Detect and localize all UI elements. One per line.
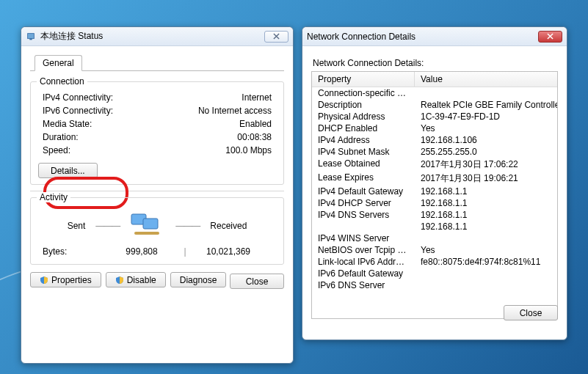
value-cell: 192.168.1.1 bbox=[415, 210, 557, 220]
value-cell: 255.255.255.0 bbox=[415, 147, 557, 157]
value-cell: 2017年1月30日 17:06:22 bbox=[415, 158, 557, 171]
property-cell: Description bbox=[312, 100, 415, 110]
listview-rows-container: Connection-specific DN...DescriptionReal… bbox=[312, 87, 557, 318]
close-button-footer[interactable]: Close bbox=[230, 274, 284, 289]
kv-speed: Speed:100.0 Mbps bbox=[38, 144, 276, 157]
connection-legend: Connection bbox=[37, 76, 87, 87]
list-item[interactable]: 192.168.1.1 bbox=[312, 221, 557, 232]
property-cell: IPv4 DHCP Server bbox=[312, 198, 415, 208]
property-cell: NetBIOS over Tcpip En... bbox=[312, 245, 415, 255]
property-cell: Physical Address bbox=[312, 111, 415, 122]
list-item[interactable]: IPv4 DHCP Server192.168.1.1 bbox=[312, 197, 557, 209]
disable-button[interactable]: Disable bbox=[106, 272, 166, 287]
list-item[interactable]: DHCP EnabledYes bbox=[312, 122, 557, 134]
activity-sent-label: Sent bbox=[68, 221, 86, 231]
property-cell: IPv4 DNS Servers bbox=[312, 210, 415, 220]
property-cell bbox=[312, 221, 415, 232]
window-title: Network Connection Details bbox=[307, 32, 534, 42]
bytes-received: 10,021,369 bbox=[192, 246, 272, 257]
header-property[interactable]: Property bbox=[312, 72, 415, 87]
property-cell: Link-local IPv6 Address bbox=[312, 257, 415, 267]
tab-general[interactable]: General bbox=[35, 55, 82, 71]
value-cell bbox=[415, 233, 557, 243]
kv-media: Media State:Enabled bbox=[38, 117, 276, 131]
bytes-separator: | bbox=[178, 246, 192, 257]
connection-status-window: 本地连接 Status General Connection IPv4 Conn… bbox=[21, 26, 294, 364]
value-cell: 192.168.1.1 bbox=[415, 186, 557, 197]
property-cell: IPv4 Subnet Mask bbox=[312, 147, 415, 157]
property-cell: IPv4 WINS Server bbox=[312, 233, 415, 243]
shield-icon bbox=[40, 276, 48, 285]
details-listview[interactable]: Property Value Connection-specific DN...… bbox=[311, 71, 558, 319]
kv-ipv6: IPv6 Connectivity:No Internet access bbox=[38, 104, 276, 117]
titlebar[interactable]: 本地连接 Status bbox=[21, 27, 293, 46]
property-cell: Connection-specific DN... bbox=[312, 88, 415, 98]
list-item[interactable]: IPv6 Default Gateway bbox=[312, 268, 557, 279]
close-button[interactable] bbox=[538, 31, 562, 43]
connection-details-window: Network Connection Details Network Conne… bbox=[302, 26, 567, 340]
list-item[interactable]: NetBIOS over Tcpip En...Yes bbox=[312, 244, 557, 256]
property-cell: DHCP Enabled bbox=[312, 123, 415, 133]
list-item[interactable]: IPv4 Subnet Mask255.255.255.0 bbox=[312, 146, 557, 158]
kv-duration: Duration:00:08:38 bbox=[38, 131, 276, 144]
list-item[interactable]: Physical Address1C-39-47-E9-FD-1D bbox=[312, 111, 557, 122]
value-cell: 2017年1月30日 19:06:21 bbox=[415, 172, 557, 185]
value-cell: 1C-39-47-E9-FD-1D bbox=[415, 111, 557, 122]
property-cell: Lease Expires bbox=[312, 172, 415, 185]
property-cell: IPv4 Address bbox=[312, 135, 415, 145]
details-label: Network Connection Details: bbox=[311, 52, 558, 71]
dash-left: ——— bbox=[95, 221, 120, 231]
details-button[interactable]: Details... bbox=[38, 163, 98, 178]
value-cell: Yes bbox=[415, 123, 557, 133]
svg-rect-0 bbox=[28, 33, 35, 38]
tab-row: General bbox=[30, 55, 284, 71]
bytes-label: Bytes: bbox=[43, 246, 106, 257]
list-item[interactable]: IPv6 DNS Server bbox=[312, 279, 557, 291]
kv-ipv4: IPv4 Connectivity:Internet bbox=[38, 91, 276, 104]
value-cell: 192.168.1.106 bbox=[415, 135, 557, 145]
svg-rect-3 bbox=[143, 219, 158, 229]
list-item[interactable]: Lease Obtained2017年1月30日 17:06:22 bbox=[312, 158, 557, 172]
header-value[interactable]: Value bbox=[415, 72, 557, 87]
diagnose-button[interactable]: Diagnose bbox=[170, 272, 227, 287]
divider bbox=[30, 191, 284, 191]
close-icon bbox=[547, 33, 553, 40]
value-cell bbox=[415, 88, 557, 98]
property-cell: Lease Obtained bbox=[312, 158, 415, 171]
connection-group: Connection IPv4 Connectivity:Internet IP… bbox=[30, 81, 284, 185]
property-cell: IPv6 DNS Server bbox=[312, 280, 415, 290]
network-port-icon bbox=[26, 32, 36, 42]
value-cell: 192.168.1.1 bbox=[415, 221, 557, 232]
value-cell bbox=[415, 280, 557, 290]
list-item[interactable]: Lease Expires2017年1月30日 19:06:21 bbox=[312, 172, 557, 186]
value-cell bbox=[415, 268, 557, 279]
bytes-sent: 999,808 bbox=[106, 246, 178, 257]
list-item[interactable]: IPv4 Default Gateway192.168.1.1 bbox=[312, 186, 557, 197]
value-cell: Yes bbox=[415, 245, 557, 255]
list-item[interactable]: IPv4 DNS Servers192.168.1.1 bbox=[312, 209, 557, 221]
list-item[interactable]: IPv4 Address192.168.1.106 bbox=[312, 134, 557, 146]
list-item[interactable]: IPv4 WINS Server bbox=[312, 232, 557, 244]
close-icon bbox=[273, 33, 280, 40]
list-item[interactable]: Connection-specific DN... bbox=[312, 87, 557, 99]
activity-legend: Activity bbox=[37, 192, 70, 202]
window-title: 本地连接 Status bbox=[40, 30, 260, 43]
properties-button[interactable]: Properties bbox=[30, 272, 101, 287]
property-cell: IPv4 Default Gateway bbox=[312, 186, 415, 197]
value-cell: fe80::8075:de4f:974f:8c81%11 bbox=[415, 257, 557, 267]
list-item[interactable]: DescriptionRealtek PCIe GBE Family Contr… bbox=[312, 99, 557, 111]
property-cell: IPv6 Default Gateway bbox=[312, 268, 415, 279]
list-item[interactable]: Link-local IPv6 Addressfe80::8075:de4f:9… bbox=[312, 256, 557, 268]
value-cell: Realtek PCIe GBE Family Controller bbox=[415, 100, 557, 110]
shield-icon bbox=[115, 276, 124, 285]
svg-rect-1 bbox=[29, 38, 32, 40]
close-button-footer[interactable]: Close bbox=[504, 305, 558, 320]
listview-header[interactable]: Property Value bbox=[312, 72, 557, 87]
value-cell: 192.168.1.1 bbox=[415, 198, 557, 208]
monitors-icon bbox=[130, 211, 165, 241]
activity-received-label: Received bbox=[210, 221, 247, 231]
dash-right: ——— bbox=[175, 221, 200, 231]
activity-group: Activity Sent ——— ——— Received Bytes: 99… bbox=[30, 197, 284, 265]
close-button[interactable] bbox=[264, 31, 288, 43]
titlebar[interactable]: Network Connection Details bbox=[302, 27, 567, 46]
